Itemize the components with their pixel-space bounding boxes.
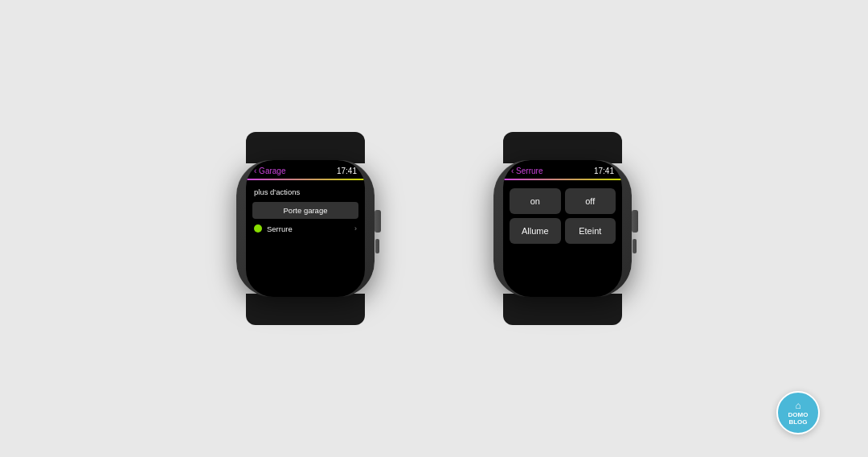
side-button-right: [633, 239, 637, 253]
btn-off[interactable]: off: [565, 188, 616, 214]
watch-case-right: ‹ Serrure 17:41 on off Allume Eteint: [493, 160, 632, 297]
band-bottom-left: [246, 294, 365, 325]
band-top-right: [503, 132, 622, 163]
watch-right: ‹ Serrure 17:41 on off Allume Eteint: [482, 132, 643, 325]
domoblog-watermark: ⌂ Domo Blog: [776, 391, 820, 434]
band-top-left: [246, 132, 365, 163]
serrure-chevron: ›: [354, 224, 357, 233]
time-left: 17:41: [337, 167, 357, 175]
watch-screen-left: ‹ Garage 17:41 plus d'actions Porte gara…: [246, 160, 365, 297]
back-button-left[interactable]: ‹ Garage: [254, 167, 285, 175]
watermark-text-line2: Blog: [788, 419, 807, 426]
crown-right: [632, 210, 638, 233]
watch-case-left: ‹ Garage 17:41 plus d'actions Porte gara…: [236, 160, 375, 297]
watches-container: ‹ Garage 17:41 plus d'actions Porte gara…: [225, 132, 643, 325]
serrure-label: Serrure: [267, 224, 354, 233]
btn-on[interactable]: on: [510, 188, 561, 214]
house-icon: ⌂: [795, 400, 800, 411]
back-button-right[interactable]: ‹ Serrure: [511, 167, 542, 175]
header-divider-left: [246, 179, 365, 180]
time-right: 17:41: [594, 167, 614, 175]
header-divider-right: [503, 179, 622, 180]
action-buttons-grid: on off Allume Eteint: [503, 183, 622, 249]
menu-item-serrure-row[interactable]: Serrure ›: [246, 220, 365, 237]
screen-header-right: ‹ Serrure 17:41: [503, 160, 622, 179]
watch-left: ‹ Garage 17:41 plus d'actions Porte gara…: [225, 132, 386, 325]
crown-left: [375, 210, 381, 233]
side-button-left: [375, 239, 379, 253]
watch-screen-right: ‹ Serrure 17:41 on off Allume Eteint: [503, 160, 622, 297]
menu-item-plus-actions[interactable]: plus d'actions: [246, 183, 365, 200]
screen-header-left: ‹ Garage 17:41: [246, 160, 365, 179]
screen-content-right: ‹ Serrure 17:41 on off Allume Eteint: [503, 160, 622, 297]
band-bottom-right: [503, 294, 622, 325]
serrure-status-dot: [254, 224, 262, 233]
btn-allume[interactable]: Allume: [510, 218, 561, 244]
btn-eteint[interactable]: Eteint: [565, 218, 616, 244]
screen-content-left: ‹ Garage 17:41 plus d'actions Porte gara…: [246, 160, 365, 297]
menu-item-porte-garage[interactable]: Porte garage: [252, 202, 358, 219]
